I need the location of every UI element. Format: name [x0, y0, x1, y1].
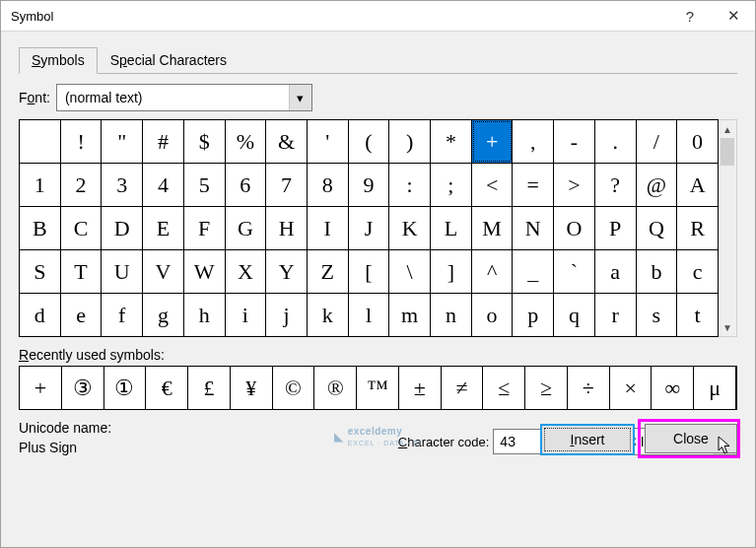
- symbol-cell[interactable]: s: [637, 294, 678, 336]
- symbol-grid[interactable]: !"#$%&'()*+,-./0123456789:;<=>?@ABCDEFGH…: [19, 119, 719, 337]
- symbol-cell[interactable]: m: [389, 294, 431, 336]
- symbol-cell[interactable]: .: [595, 120, 637, 163]
- symbol-cell[interactable]: 4: [143, 164, 184, 206]
- symbol-cell[interactable]: F: [184, 207, 226, 249]
- symbol-cell[interactable]: O: [554, 207, 595, 249]
- symbol-cell[interactable]: -: [554, 120, 595, 163]
- symbol-cell[interactable]: 7: [266, 164, 308, 206]
- symbol-cell[interactable]: K: [389, 207, 431, 249]
- recent-cell[interactable]: ≠: [442, 367, 484, 409]
- symbol-cell[interactable]: 1: [20, 164, 61, 206]
- symbol-cell[interactable]: n: [431, 294, 472, 336]
- symbol-cell[interactable]: P: [595, 207, 637, 249]
- symbol-cell[interactable]: *: [431, 120, 472, 163]
- window-close-button[interactable]: ✕: [712, 1, 755, 31]
- symbol-cell[interactable]: d: [20, 294, 61, 336]
- symbol-cell[interactable]: <: [472, 164, 514, 206]
- symbol-cell[interactable]: Q: [637, 207, 678, 249]
- symbol-cell[interactable]: [: [349, 250, 390, 293]
- close-button[interactable]: Close: [645, 424, 737, 453]
- symbol-cell[interactable]: V: [143, 250, 184, 293]
- recent-cell[interactable]: ¥: [231, 367, 273, 409]
- symbol-cell[interactable]: C: [61, 207, 103, 249]
- symbol-cell[interactable]: +: [472, 120, 514, 163]
- symbol-cell[interactable]: ': [308, 120, 349, 163]
- symbol-cell[interactable]: J: [349, 207, 390, 249]
- symbol-cell[interactable]: ?: [595, 164, 637, 206]
- symbol-cell[interactable]: >: [554, 164, 595, 206]
- symbol-cell[interactable]: A: [677, 164, 718, 206]
- symbol-cell[interactable]: L: [431, 207, 472, 249]
- symbol-cell[interactable]: o: [472, 294, 514, 336]
- symbol-cell[interactable]: p: [513, 294, 554, 336]
- symbol-cell[interactable]: (: [349, 120, 390, 163]
- symbol-cell[interactable]: &: [266, 120, 308, 163]
- symbol-cell[interactable]: =: [513, 164, 554, 206]
- symbol-cell[interactable]: R: [677, 207, 718, 249]
- symbol-cell[interactable]: 3: [102, 164, 143, 206]
- symbol-cell[interactable]: 9: [349, 164, 390, 206]
- scroll-thumb[interactable]: [721, 138, 734, 166]
- symbol-cell[interactable]: %: [226, 120, 267, 163]
- symbol-cell[interactable]: i: [226, 294, 267, 336]
- recent-cell[interactable]: ×: [610, 367, 653, 409]
- font-select[interactable]: (normal text) ▾: [56, 84, 312, 111]
- symbol-cell[interactable]: t: [677, 294, 718, 336]
- recent-grid[interactable]: +③①€£¥©®™±≠≤≥÷×∞μ: [19, 366, 737, 410]
- symbol-cell[interactable]: ": [102, 120, 143, 163]
- symbol-cell[interactable]: h: [184, 294, 226, 336]
- symbol-cell[interactable]: 8: [308, 164, 349, 206]
- symbol-cell[interactable]: `: [554, 250, 595, 293]
- symbol-cell[interactable]: E: [143, 207, 184, 249]
- recent-cell[interactable]: ±: [399, 367, 442, 409]
- symbol-cell[interactable]: a: [595, 250, 637, 293]
- symbol-cell[interactable]: #: [143, 120, 184, 163]
- symbol-cell[interactable]: H: [266, 207, 308, 249]
- symbol-cell[interactable]: ): [389, 120, 431, 163]
- insert-button[interactable]: Insert: [540, 424, 635, 455]
- recent-cell[interactable]: ①: [104, 367, 147, 409]
- symbol-cell[interactable]: S: [20, 250, 61, 293]
- recent-cell[interactable]: ≤: [483, 367, 525, 409]
- recent-cell[interactable]: ®: [314, 367, 357, 409]
- help-button[interactable]: ?: [668, 1, 712, 31]
- symbol-cell[interactable]: r: [595, 294, 637, 336]
- scroll-track[interactable]: [719, 166, 736, 318]
- symbol-cell[interactable]: M: [472, 207, 514, 249]
- symbol-cell[interactable]: 2: [61, 164, 103, 206]
- recent-cell[interactable]: £: [188, 367, 231, 409]
- symbol-cell[interactable]: g: [143, 294, 184, 336]
- scrollbar-vertical[interactable]: ▲ ▼: [719, 119, 737, 337]
- symbol-cell[interactable]: G: [226, 207, 267, 249]
- symbol-cell[interactable]: I: [308, 207, 349, 249]
- symbol-cell[interactable]: k: [308, 294, 349, 336]
- symbol-cell[interactable]: q: [554, 294, 595, 336]
- symbol-cell[interactable]: \: [389, 250, 431, 293]
- recent-cell[interactable]: +: [20, 367, 62, 409]
- symbol-cell[interactable]: ,: [513, 120, 554, 163]
- recent-cell[interactable]: ≥: [525, 367, 568, 409]
- recent-cell[interactable]: ©: [273, 367, 315, 409]
- symbol-cell[interactable]: e: [61, 294, 103, 336]
- symbol-cell[interactable]: j: [266, 294, 308, 336]
- symbol-cell[interactable]: [20, 120, 61, 163]
- symbol-cell[interactable]: !: [61, 120, 103, 163]
- tab-symbols[interactable]: Symbols: [19, 47, 98, 74]
- recent-cell[interactable]: ③: [62, 367, 104, 409]
- symbol-cell[interactable]: /: [637, 120, 678, 163]
- recent-cell[interactable]: ∞: [652, 367, 694, 409]
- recent-cell[interactable]: ™: [357, 367, 399, 409]
- symbol-cell[interactable]: l: [349, 294, 390, 336]
- recent-cell[interactable]: ÷: [568, 367, 610, 409]
- symbol-cell[interactable]: $: [184, 120, 226, 163]
- symbol-cell[interactable]: 0: [677, 120, 718, 163]
- symbol-cell[interactable]: :: [389, 164, 431, 206]
- symbol-cell[interactable]: Y: [266, 250, 308, 293]
- symbol-cell[interactable]: X: [226, 250, 267, 293]
- symbol-cell[interactable]: D: [102, 207, 143, 249]
- symbol-cell[interactable]: ]: [431, 250, 472, 293]
- symbol-cell[interactable]: 6: [226, 164, 267, 206]
- tab-special-characters[interactable]: Special Characters: [98, 47, 240, 74]
- symbol-cell[interactable]: ;: [431, 164, 472, 206]
- symbol-cell[interactable]: U: [102, 250, 143, 293]
